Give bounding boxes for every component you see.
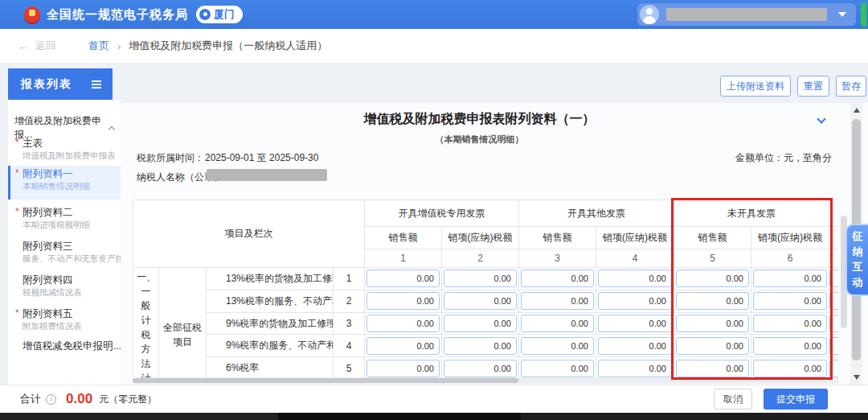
account-menu[interactable]: [637, 3, 856, 26]
info-icon[interactable]: i: [46, 394, 56, 405]
scroll-up-icon[interactable]: [854, 108, 860, 113]
footer-bar: 合计 i 0.00 元（零元整） 取消 提交申报: [0, 385, 868, 413]
amount-input[interactable]: [521, 337, 594, 355]
sidebar-item-main-form[interactable]: * 主表 增值税及附加税费申报表: [8, 135, 121, 167]
group-no-invoice: 未开具发票: [674, 200, 829, 227]
amount-input[interactable]: [366, 270, 440, 287]
amount-input[interactable]: [676, 337, 749, 355]
amount-input[interactable]: [598, 337, 672, 355]
table-horizontal-scrollbar-track[interactable]: [133, 377, 838, 384]
list-collapse-icon[interactable]: [92, 80, 101, 89]
amount-input[interactable]: [598, 315, 672, 332]
col-header: 销售额: [365, 227, 442, 249]
save-draft-button[interactable]: 暂存: [836, 76, 866, 97]
total-suffix: 元（零元整）: [99, 393, 157, 406]
tax-period-value: 2025-09-01 至 2025-09-30: [205, 151, 318, 165]
sidebar-item-title: 附列资料五: [23, 307, 73, 321]
table-horizontal-scrollbar-thumb[interactable]: [133, 378, 518, 383]
breadcrumb-current: 增值税及附加税费申报（一般纳税人适用）: [129, 39, 327, 53]
amount-input-cut[interactable]: [829, 337, 838, 355]
tab-char: 互: [853, 260, 863, 275]
col-header: 销项(应纳)税额: [442, 227, 519, 249]
amount-input[interactable]: [366, 315, 440, 332]
sidebar-item-schedule-3[interactable]: 附列资料三 服务、不动产和无形资产扣...: [8, 238, 121, 270]
report-list-header: 报表列表: [8, 68, 113, 100]
amount-input[interactable]: [444, 270, 517, 287]
sidebar-item-title: 主表: [23, 137, 43, 150]
header-cut-cell: [829, 200, 839, 227]
side-widget-sliver[interactable]: [861, 2, 866, 27]
amount-input[interactable]: [366, 360, 440, 377]
required-asterisk: *: [15, 137, 19, 148]
sidebar-item-schedule-4[interactable]: 附列资料四 税额抵减情况表: [8, 272, 121, 304]
sidebar-item-subtitle: 附加税费情况表: [23, 321, 82, 332]
amount-input-cut[interactable]: [829, 360, 838, 377]
breadcrumb-separator-icon: ›: [117, 40, 121, 52]
col-header: 销项(应纳)税额: [751, 227, 829, 249]
amount-input[interactable]: [521, 360, 594, 377]
redacted-taxpayer-name: [207, 169, 327, 181]
sidebar-item-title: 附列资料二: [23, 206, 73, 220]
sidebar-item-schedule-2[interactable]: * 附列资料二 本期进项税额明细: [8, 204, 121, 237]
amount-input[interactable]: [444, 315, 517, 332]
amount-input[interactable]: [366, 337, 440, 355]
col-number: 3: [519, 249, 596, 268]
amount-input-cut[interactable]: [829, 292, 838, 310]
main-form-card: 增值税及附加税费申报表附列资料（一） （本期销售情况明细） 税款所属时间： 20…: [121, 103, 868, 385]
amount-input[interactable]: [598, 360, 672, 377]
row-subgroup-label: 全部征税项目: [159, 268, 207, 379]
required-asterisk: *: [15, 206, 19, 217]
amount-input[interactable]: [598, 270, 672, 287]
sidebar-item-subtitle: 增值税及附加税费申报表: [23, 150, 116, 162]
amount-input[interactable]: [444, 360, 517, 377]
row-label: 9%税率的服务、不动产和无形资产: [207, 335, 334, 357]
scroll-down-icon[interactable]: [854, 375, 860, 380]
col-number: 6: [751, 249, 829, 268]
back-arrow-icon[interactable]: ←: [18, 39, 29, 52]
amount-input[interactable]: [753, 270, 827, 287]
amount-input[interactable]: [753, 360, 827, 377]
location-label: 厦门: [214, 7, 235, 22]
row-number: 2: [334, 290, 365, 312]
amount-input-cut[interactable]: [829, 270, 838, 287]
table-row: 6%税率 5: [133, 357, 839, 378]
amount-input[interactable]: [366, 292, 440, 310]
breadcrumb-home-link[interactable]: 首页: [88, 39, 109, 53]
back-button[interactable]: 返回: [35, 39, 56, 53]
chevron-up-icon: [108, 126, 115, 132]
amount-input[interactable]: [676, 360, 749, 377]
report-list-title: 报表列表: [21, 77, 72, 92]
amount-input[interactable]: [444, 292, 517, 310]
col-number: 1: [365, 249, 442, 268]
row-group-label: 一、一般计税方法计税: [133, 268, 159, 379]
amount-input[interactable]: [753, 315, 827, 332]
amount-input[interactable]: [753, 292, 827, 310]
cancel-button[interactable]: 取消: [714, 389, 752, 410]
tax-interaction-tab[interactable]: 征 纳 互 动: [845, 224, 868, 296]
location-badge[interactable]: 厦门: [196, 6, 243, 23]
row-label: 9%税率的货物及加工修理修配劳务: [207, 312, 334, 335]
required-asterisk: *: [15, 167, 19, 179]
reset-button[interactable]: 重置: [797, 76, 829, 97]
amount-input[interactable]: [676, 270, 749, 287]
amount-input-cut[interactable]: [829, 315, 838, 332]
amount-input[interactable]: [676, 292, 749, 310]
submit-declaration-button[interactable]: 提交申报: [764, 389, 828, 410]
amount-input[interactable]: [598, 292, 672, 310]
schedule1-table: 项目及栏次 开具增值税专用发票 开具其他发票 未开具发票 销售额 销项(应纳)税…: [133, 200, 838, 378]
tab-char: 动: [853, 275, 863, 290]
amount-input[interactable]: [444, 337, 517, 355]
amount-input[interactable]: [521, 270, 594, 287]
amount-input[interactable]: [521, 292, 594, 310]
bottom-dark-strip: [0, 413, 868, 420]
sidebar-item-schedule-5[interactable]: * 附列资料五 附加税费情况表: [8, 306, 121, 338]
upload-attachments-button[interactable]: 上传附送资料: [720, 76, 791, 97]
sidebar-item-schedule-1[interactable]: * 附列资料一 本期销售情况明细: [8, 166, 121, 200]
sidebar-item-title: 附列资料一: [23, 167, 73, 181]
sidebar-item-subtitle: 本期进项税额明细: [23, 220, 90, 231]
amount-input[interactable]: [521, 315, 594, 332]
amount-input[interactable]: [676, 315, 749, 332]
sidebar-item-vat-reduction[interactable]: 增值税减免税申报明...: [8, 338, 121, 370]
col-number: 4: [596, 249, 674, 268]
amount-input[interactable]: [753, 337, 827, 355]
